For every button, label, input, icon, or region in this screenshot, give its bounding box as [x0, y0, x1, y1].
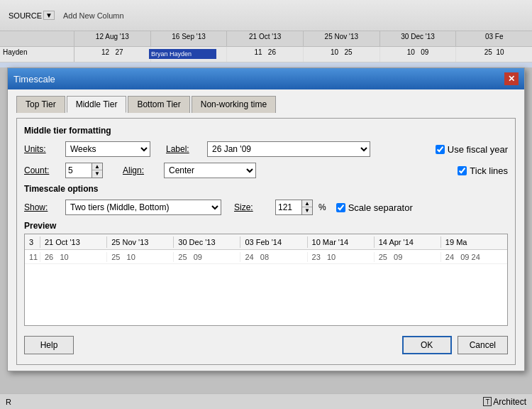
source-dropdown-arrow[interactable]: ▼ — [43, 11, 55, 20]
count-up-button[interactable]: ▲ — [92, 163, 102, 170]
label-label: Label: — [166, 144, 201, 154]
count-input[interactable]: 5 — [65, 163, 92, 178]
size-label: Size: — [234, 202, 270, 212]
tick-lines-label: Tick lines — [470, 165, 508, 176]
timescale-options-title: Timescale options — [24, 184, 508, 194]
preview-sub-cell: 25 09 — [375, 252, 441, 262]
percent-label: % — [318, 202, 326, 212]
scale-separator-label: Scale separator — [348, 202, 413, 213]
tab-middle-tier[interactable]: Middle Tier — [67, 96, 127, 113]
size-input[interactable]: 121 — [275, 200, 302, 215]
size-spinner[interactable]: 121 ▲ ▼ — [275, 200, 313, 215]
preview-sub-cell: 11 — [25, 252, 40, 262]
dialog-title: Timescale — [13, 74, 55, 84]
count-label: Count: — [24, 165, 60, 175]
preview-header-cell: 03 Feb '14 — [240, 236, 307, 248]
label-select[interactable]: 26 Jan '09 — [207, 141, 370, 157]
preview-label: Preview — [24, 221, 508, 231]
dialog-titlebar: Timescale ✕ — [8, 68, 524, 89]
architect-label: 🅃 Architect — [483, 397, 526, 407]
units-select[interactable]: Weeks — [65, 141, 150, 157]
preview-sub-cell: 23 10 — [308, 252, 375, 262]
align-label: Align: — [123, 165, 158, 175]
middle-tier-section-title: Middle tier formatting — [24, 126, 508, 136]
units-label: Units: — [24, 144, 60, 154]
ok-button[interactable]: OK — [402, 336, 452, 354]
size-up-button[interactable]: ▲ — [302, 200, 312, 207]
preview-header-cell: 19 Ma — [441, 236, 507, 248]
add-column-button[interactable]: Add New Column — [63, 11, 124, 20]
preview-sub-cell: 24 09 24 — [441, 252, 507, 262]
tab-bar: Top Tier Middle Tier Bottom Tier Non-wor… — [16, 95, 516, 112]
count-down-button[interactable]: ▼ — [92, 170, 102, 178]
dialog-buttons: Help OK Cancel — [24, 333, 508, 357]
preview-header-cell: 14 Apr '14 — [375, 236, 441, 248]
preview-area: 3 21 Oct '13 25 Nov '13 30 Dec '13 03 Fe… — [24, 234, 508, 326]
preview-header-cell: 21 Oct '13 — [40, 236, 107, 248]
source-label: SOURCE — [9, 11, 42, 20]
preview-header-cell: 25 Nov '13 — [107, 236, 174, 248]
tick-lines-checkbox[interactable] — [458, 166, 467, 175]
preview-header-cell: 3 — [25, 236, 40, 248]
tab-top-tier[interactable]: Top Tier — [16, 96, 65, 113]
hayden-bar-label: Bryan Hayden — [151, 50, 192, 58]
preview-sub-cell: 24 08 — [240, 252, 307, 262]
preview-sub-cell: 25 10 — [107, 252, 174, 262]
timescale-dialog: Timescale ✕ Top Tier Middle Tier Bottom … — [7, 67, 525, 371]
help-button[interactable]: Help — [24, 336, 74, 354]
tab-non-working-time[interactable]: Non-working time — [192, 96, 276, 113]
use-fiscal-year-checkbox[interactable] — [436, 145, 445, 154]
preview-sub-cell: 26 10 — [40, 252, 107, 262]
status-bar-left: R — [6, 398, 11, 406]
cancel-button[interactable]: Cancel — [458, 336, 508, 354]
use-fiscal-year-label: Use fiscal year — [448, 144, 508, 155]
align-select[interactable]: Center — [164, 163, 256, 178]
scale-separator-checkbox[interactable] — [336, 203, 345, 212]
show-label: Show: — [24, 202, 60, 212]
preview-sub-cell: 25 09 — [174, 252, 240, 262]
close-button[interactable]: ✕ — [504, 72, 519, 85]
show-select[interactable]: Two tiers (Middle, Bottom) — [65, 200, 221, 215]
preview-header-cell: 10 Mar '14 — [308, 236, 375, 248]
hayden-name: Hayden — [0, 47, 74, 62]
tab-bottom-tier[interactable]: Bottom Tier — [128, 96, 189, 113]
size-down-button[interactable]: ▼ — [302, 207, 312, 214]
preview-header-cell: 30 Dec '13 — [174, 236, 240, 248]
count-spinner[interactable]: 5 ▲ ▼ — [65, 163, 103, 178]
